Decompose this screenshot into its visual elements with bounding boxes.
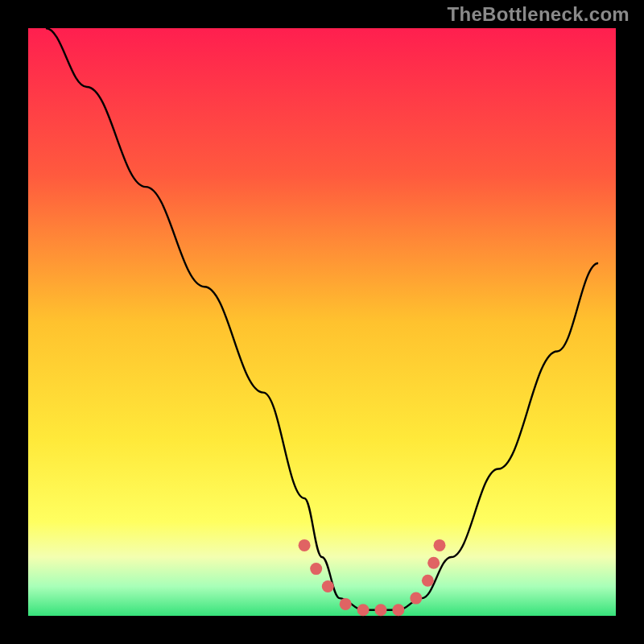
- valley-dot: [322, 580, 334, 592]
- valley-dot: [340, 598, 352, 610]
- valley-dot: [357, 604, 369, 616]
- valley-dot: [422, 575, 434, 587]
- valley-dot: [299, 539, 311, 551]
- valley-dot: [434, 539, 446, 551]
- valley-dot: [310, 563, 322, 575]
- watermark-text: TheBottleneck.com: [448, 3, 630, 26]
- valley-dot: [392, 604, 404, 616]
- bottleneck-chart: [0, 0, 644, 644]
- valley-dot: [375, 604, 387, 616]
- valley-dot: [427, 557, 440, 569]
- chart-frame: TheBottleneck.com: [0, 0, 644, 644]
- plot-background: [28, 28, 616, 616]
- valley-dot: [410, 592, 422, 605]
